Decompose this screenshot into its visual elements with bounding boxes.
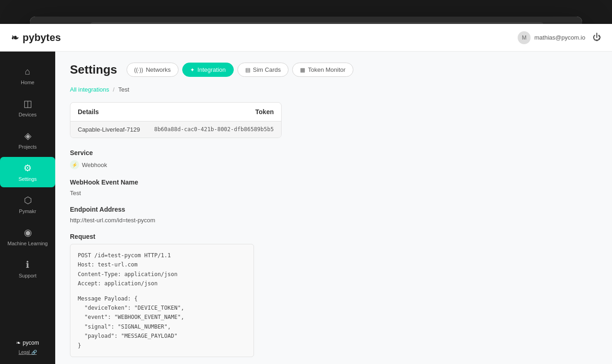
sidebar-item-label: Projects xyxy=(30,144,37,150)
details-table-row: Capable-Liverleaf-7129 8b60a88d-cac0-421… xyxy=(70,121,281,138)
sidebar-item-home[interactable]: ⌂ Home xyxy=(30,61,55,91)
endpoint-section: Endpoint Address http://test-url.com/id=… xyxy=(70,206,582,224)
col-token-header: Token xyxy=(182,108,274,116)
request-section: Request POST /id=test-pycom HTTP/1.1 Hos… xyxy=(70,233,582,348)
sidebar-item-support[interactable]: ℹ Support xyxy=(30,254,55,284)
request-line-6: "deviceToken": "DEVICE_TOKEN", xyxy=(78,303,246,312)
webhook-event-value: Test xyxy=(70,190,582,196)
integration-token: 8b60a88d-cac0-421b-8002-dfb86589b5b5 xyxy=(154,126,274,133)
logo-text: pybytes xyxy=(30,32,61,44)
details-table: Details Token Capable-Liverleaf-7129 8b6… xyxy=(70,102,282,138)
settings-icon: ⚙ xyxy=(30,162,32,173)
sidebar-item-label: Home xyxy=(30,80,35,85)
ml-icon: ◉ xyxy=(30,227,32,238)
sidebar-item-pymakr[interactable]: ⬡ Pymakr xyxy=(30,189,55,220)
page-header: Settings ((·)) Networks ✦ Integration ▤ … xyxy=(70,63,582,77)
sidebar-footer: ❧ pycom Legal 🔗 xyxy=(30,340,55,348)
networks-tab-icon: ((·)) xyxy=(134,67,143,73)
breadcrumb-link[interactable]: All integrations xyxy=(70,86,109,93)
webhook-icon: ⚡ xyxy=(70,160,79,169)
sidebar-item-projects[interactable]: ◈ Projects xyxy=(30,125,55,155)
request-box: POST /id=test-pycom HTTP/1.1 Host: test-… xyxy=(70,244,254,348)
sidebar-item-label: Settings xyxy=(30,176,37,182)
token-monitor-tab-icon: ▦ xyxy=(300,67,305,73)
service-value: Webhook xyxy=(82,162,107,168)
sidebar: ⌂ Home ◫ Devices ◈ Projects ⚙ Settings ⬡… xyxy=(30,52,55,348)
user-info[interactable]: M mathias@pycom.io xyxy=(518,31,582,44)
details-table-header: Details Token xyxy=(70,103,281,121)
pycom-brand-text: pycom xyxy=(30,340,39,346)
request-line-2: Host: test-url.com xyxy=(78,260,246,269)
avatar: M xyxy=(518,31,531,44)
logo: ❧ pybytes xyxy=(30,32,61,44)
tab-integration[interactable]: ✦ Integration xyxy=(182,63,233,77)
tab-networks-label: Networks xyxy=(146,66,171,73)
tab-sim-cards[interactable]: ▤ Sim Cards xyxy=(237,63,289,77)
breadcrumb-current: Test xyxy=(118,86,129,93)
webhook-event-label: WebHook Event Name xyxy=(70,179,582,186)
projects-icon: ◈ xyxy=(30,130,31,141)
tab-networks[interactable]: ((·)) Networks xyxy=(127,63,179,77)
user-email: mathias@pycom.io xyxy=(534,34,582,41)
avatar-initials: M xyxy=(522,35,526,41)
app-layout: ❧ pybytes M mathias@pycom.io ⏻ ⌂ Home ◫ xyxy=(30,40,582,348)
request-line-3: Content-Type: application/json xyxy=(78,270,246,279)
breadcrumb: All integrations / Test xyxy=(70,86,582,93)
integration-tab-icon: ✦ xyxy=(190,67,195,73)
pycom-brand: ❧ pycom xyxy=(30,340,39,346)
request-line-4: Accept: application/json xyxy=(78,279,246,288)
tab-token-monitor[interactable]: ▦ Token Monitor xyxy=(292,63,353,77)
request-line-5: Message Payload: { xyxy=(78,294,246,303)
top-bar-right: M mathias@pycom.io ⏻ xyxy=(518,31,582,44)
sim-cards-tab-icon: ▤ xyxy=(245,67,250,73)
request-line-10: } xyxy=(78,341,246,348)
devices-icon: ◫ xyxy=(30,98,32,109)
integration-name: Capable-Liverleaf-7129 xyxy=(78,126,154,133)
tab-buttons: ((·)) Networks ✦ Integration ▤ Sim Cards… xyxy=(127,63,353,77)
breadcrumb-separator: / xyxy=(113,86,115,93)
request-line-1: POST /id=test-pycom HTTP/1.1 xyxy=(78,251,246,260)
sidebar-item-label: Machine Learning xyxy=(30,241,48,246)
top-bar: ❧ pybytes M mathias@pycom.io ⏻ xyxy=(30,24,582,52)
sidebar-item-devices[interactable]: ◫ Devices xyxy=(30,92,55,123)
main-content: Settings ((·)) Networks ✦ Integration ▤ … xyxy=(55,52,582,348)
page-title: Settings xyxy=(70,63,117,77)
sidebar-item-label: Devices xyxy=(30,112,37,117)
tab-token-monitor-label: Token Monitor xyxy=(308,66,346,73)
pymakr-icon: ⬡ xyxy=(30,195,32,206)
sidebar-item-label: Pymakr xyxy=(30,208,36,214)
endpoint-value: http://test-url.com/id=test-pycom xyxy=(70,217,582,224)
service-section: Service ⚡ Webhook xyxy=(70,149,582,169)
request-empty-line xyxy=(78,289,246,294)
request-line-9: "payload": "MESSAGE_PAYLOAD" xyxy=(78,331,246,341)
request-label: Request xyxy=(70,233,582,240)
col-details-header: Details xyxy=(78,108,182,116)
tab-sim-cards-label: Sim Cards xyxy=(253,66,281,73)
endpoint-label: Endpoint Address xyxy=(70,206,582,213)
webhook-event-section: WebHook Event Name Test xyxy=(70,179,582,196)
tab-integration-label: Integration xyxy=(197,66,225,73)
service-label: Service xyxy=(70,149,582,156)
sidebar-item-machine-learning[interactable]: ◉ Machine Learning xyxy=(30,221,55,252)
request-line-7: "event": "WEBHOOK_EVENT_NAME", xyxy=(78,312,246,322)
sidebar-item-settings[interactable]: ⚙ Settings xyxy=(30,157,55,187)
webhook-badge: ⚡ Webhook xyxy=(70,160,582,169)
request-line-8: "signal": "SIGNAL_NUMBER", xyxy=(78,322,246,331)
home-icon: ⌂ xyxy=(30,66,30,77)
sidebar-item-label: Support xyxy=(30,273,36,278)
